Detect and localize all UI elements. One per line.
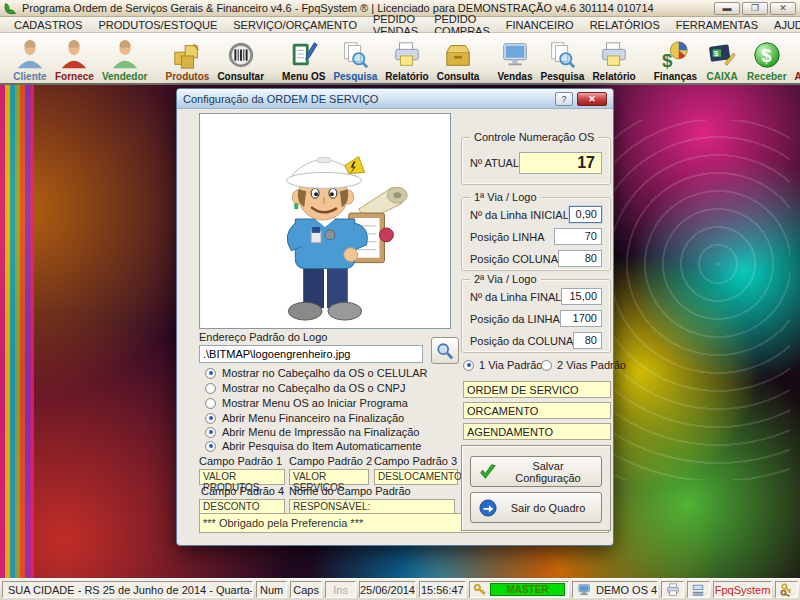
logo-path-label: Endereço Padrão do Logo	[199, 331, 327, 343]
radio-icon	[205, 398, 216, 409]
pesquisa-vendas-button[interactable]: Pesquisa	[536, 33, 588, 83]
a-pagar-button[interactable]: $ A Pagar	[791, 33, 800, 83]
status-caps-lock: Caps	[290, 581, 321, 598]
search-pages-icon	[547, 40, 577, 70]
relatorio-os-button[interactable]: Relatório	[381, 33, 432, 83]
consulta-os-button[interactable]: Consulta	[433, 33, 484, 83]
person-green-icon	[110, 40, 140, 70]
campo1-field[interactable]: VALOR PRODUTOS	[199, 469, 285, 485]
via2-groupbox: 2ª Via / Logo Nº da Linha FINAL 15,00 Po…	[461, 279, 611, 353]
sair-do-quadro-button[interactable]: Sair do Quadro	[470, 492, 602, 523]
cliente-button[interactable]: Cliente	[9, 33, 51, 83]
posicao-coluna2-field[interactable]: 80	[573, 332, 602, 349]
option-pesquisa-item[interactable]: Abrir Pesquisa do Item Automaticamente	[205, 439, 421, 453]
dialog-close-button[interactable]: ✕	[577, 92, 607, 106]
background-rings	[610, 120, 790, 480]
status-printer-segment	[661, 581, 684, 598]
option-mostrar-celular[interactable]: Mostrar no Cabeçalho da OS o CELULAR	[205, 366, 427, 380]
printer-icon	[599, 40, 629, 70]
status-insert: Ins	[325, 581, 356, 598]
relatorio-vendas-button[interactable]: Relatório	[588, 33, 639, 83]
clipboard-pen-icon	[289, 40, 319, 70]
produtos-button[interactable]: Produtos	[161, 33, 213, 83]
menu-cadastros[interactable]: CADASTROS	[6, 19, 90, 31]
toolbar-label: Pesquisa	[540, 71, 584, 82]
financas-button[interactable]: $ Finanças	[650, 33, 701, 83]
arrow-circle-icon	[479, 499, 497, 517]
dialog-help-button[interactable]: ?	[555, 92, 573, 106]
posicao-coluna2-label: Posição da COLUNA	[470, 335, 573, 347]
campo4-label: Campo Padrão 4	[201, 485, 284, 497]
dialog-titlebar[interactable]: Configuração da ORDEM DE SERVIÇO ? ✕	[177, 89, 613, 109]
toolbar: Cliente Fornece Vendedor Produtos Consul…	[0, 33, 800, 85]
menu-financeiro[interactable]: FINANCEIRO	[498, 19, 582, 31]
menu-os-button[interactable]: Menu OS	[278, 33, 329, 83]
receber-button[interactable]: $ Receber	[743, 33, 790, 83]
via1-group-label: 1ª Via / Logo	[470, 191, 541, 203]
posicao-linha-field[interactable]: 70	[554, 228, 602, 245]
menu-ajuda[interactable]: AJUDA	[766, 19, 800, 31]
option-menu-financeiro[interactable]: Abrir Menu Financeiro na Finalização	[205, 411, 404, 425]
radio-icon	[205, 383, 216, 394]
salvar-configuracao-button[interactable]: Salvar Configuração	[470, 456, 602, 487]
posicao-linha2-field[interactable]: 1700	[560, 310, 602, 327]
vendedor-button[interactable]: Vendedor	[98, 33, 152, 83]
option-menu-impressao[interactable]: Abrir Menu de Impressão na Finalização	[205, 425, 419, 439]
monitor-icon	[500, 40, 530, 70]
radio-1-via-padrao[interactable]: 1 Via Padrão	[463, 359, 542, 371]
posicao-coluna-field[interactable]: 80	[558, 250, 602, 267]
check-icon	[479, 463, 497, 481]
toolbar-label: Consulta	[437, 71, 480, 82]
statusbar: SUA CIDADE - RS 25 de Junho de 2014 - Qu…	[0, 578, 800, 600]
vendas-button[interactable]: Vendas	[493, 33, 536, 83]
toolbar-label: Finanças	[654, 71, 697, 82]
minimize-button[interactable]: ▬	[714, 2, 740, 15]
posicao-linha2-label: Posição da LINHA	[470, 313, 560, 325]
logo-path-input[interactable]	[199, 345, 423, 363]
menubar: CADASTROS PRODUTOS/ESTOQUE SERVIÇO/ORÇAM…	[0, 17, 800, 33]
status-version-segment: DEMO OS 4.6	[572, 581, 658, 598]
printer-icon	[666, 583, 680, 597]
toolbar-label: Vendedor	[102, 71, 148, 82]
network-icon	[691, 583, 705, 597]
radio-icon	[205, 441, 216, 452]
menu-servico-orcamento[interactable]: SERVIÇO/ORÇAMENTO	[225, 19, 365, 31]
via1-groupbox: 1ª Via / Logo Nº da Linha INICIAL 0,90 P…	[461, 197, 611, 271]
numero-atual-field[interactable]: 17	[519, 152, 602, 174]
toolbar-label: CAIXA	[707, 71, 738, 82]
background-stripes	[0, 85, 34, 578]
fornecedor-button[interactable]: Fornece	[51, 33, 98, 83]
linha-final-field[interactable]: 15,00	[561, 288, 602, 305]
person-red-icon	[59, 40, 89, 70]
engineer-cartoon-illustration	[200, 114, 450, 328]
radio-2-vias-padrao[interactable]: 2 Vias Padrão	[541, 359, 626, 371]
cashbook-icon: $	[707, 40, 737, 70]
campo2-field[interactable]: VALOR SERVICOS	[289, 469, 369, 485]
keys-icon	[780, 583, 794, 597]
browse-logo-button[interactable]	[431, 337, 459, 364]
option-menu-os-iniciar[interactable]: Mostrar Menu OS ao Iniciar Programa	[205, 396, 408, 410]
menu-ferramentas[interactable]: FERRAMENTAS	[668, 19, 766, 31]
tipo-agendamento-field[interactable]: AGENDAMENTO	[463, 423, 611, 440]
pesquisa-os-button[interactable]: Pesquisa	[329, 33, 381, 83]
restore-button[interactable]: ❐	[742, 2, 768, 15]
close-button[interactable]: ✕	[770, 2, 796, 15]
numeracao-groupbox: Controle Numeração OS Nº ATUAL 17	[461, 137, 611, 185]
radio-icon	[463, 360, 474, 371]
caixa-button[interactable]: $ CAIXA	[701, 33, 743, 83]
toolbar-label: Fornece	[55, 71, 94, 82]
status-num-lock: Num	[256, 581, 287, 598]
toolbar-label: Pesquisa	[333, 71, 377, 82]
campo3-field[interactable]: DESLOCAMENTO	[374, 469, 458, 485]
linha-inicial-field[interactable]: 0,90	[569, 206, 602, 223]
menu-produtos-estoque[interactable]: PRODUTOS/ESTOQUE	[90, 19, 225, 31]
posicao-linha-label: Posição LINHA	[470, 231, 545, 243]
option-mostrar-cnpj[interactable]: Mostrar no Cabeçalho da OS o CNPJ	[205, 381, 405, 395]
person-blue-icon	[15, 40, 45, 70]
consultar-button[interactable]: Consultar	[213, 33, 268, 83]
linha-inicial-label: Nº da Linha INICIAL	[470, 209, 569, 221]
actions-groupbox: Salvar Configuração Sair do Quadro	[461, 445, 611, 531]
tipo-orcamento-field[interactable]: ORCAMENTO	[463, 402, 611, 419]
tipo-ordem-servico-field[interactable]: ORDEM DE SERVICO	[463, 381, 611, 398]
menu-relatorios[interactable]: RELATÓRIOS	[582, 19, 668, 31]
